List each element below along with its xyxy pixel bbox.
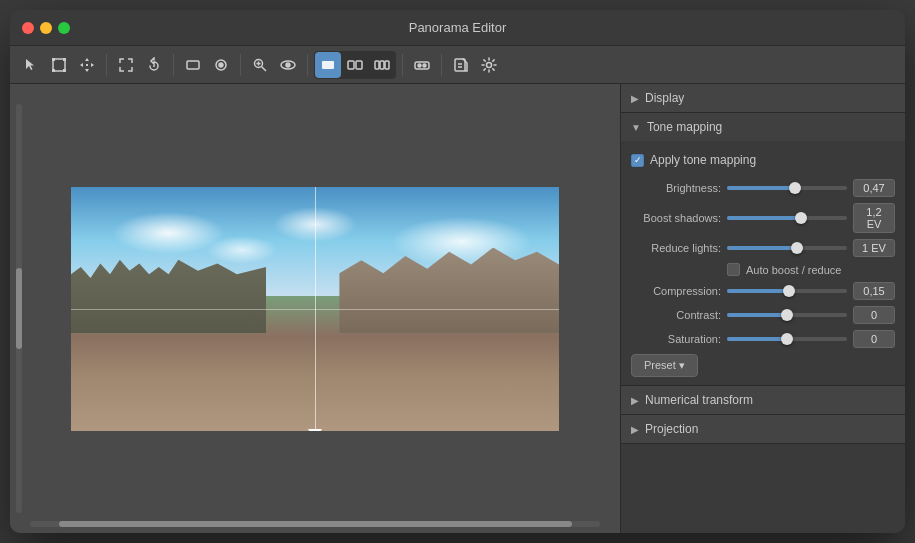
crosshair-horizontal <box>71 309 559 310</box>
titlebar: Panorama Editor <box>10 10 905 46</box>
svg-rect-17 <box>356 61 362 69</box>
svg-rect-24 <box>455 59 465 71</box>
svg-rect-4 <box>63 69 66 72</box>
apply-tone-row: ✓ Apply tone mapping <box>631 149 895 171</box>
contrast-value[interactable]: 0 <box>853 306 895 324</box>
svg-point-27 <box>487 62 492 67</box>
svg-rect-19 <box>380 61 384 69</box>
apply-tone-checkbox[interactable]: ✓ <box>631 154 644 167</box>
auto-boost-checkbox[interactable] <box>727 263 740 276</box>
compression-row: Compression: 0,15 <box>631 282 895 300</box>
svg-rect-21 <box>415 62 429 69</box>
saturation-slider[interactable] <box>727 337 847 341</box>
numerical-transform-section: ▶ Numerical transform <box>621 386 905 415</box>
brightness-slider[interactable] <box>727 186 847 190</box>
right-panel: ▶ ▶ Display ▼ Tone mapping <box>620 84 905 533</box>
zoom-button[interactable] <box>247 52 273 78</box>
tone-mapping-arrow: ▼ <box>631 122 641 133</box>
numerical-transform-header[interactable]: ▶ Numerical transform <box>621 386 905 414</box>
svg-point-22 <box>418 64 421 67</box>
svg-point-23 <box>423 64 426 67</box>
projection-section: ▶ Projection <box>621 415 905 444</box>
display-label: Display <box>645 91 684 105</box>
vertical-scrollbar[interactable] <box>16 104 22 513</box>
view-single-button[interactable] <box>315 52 341 78</box>
svg-rect-3 <box>52 69 55 72</box>
reduce-lights-value[interactable]: 1 EV <box>853 239 895 257</box>
contrast-slider[interactable] <box>727 313 847 317</box>
move-button[interactable] <box>74 52 100 78</box>
svg-rect-15 <box>322 61 334 69</box>
tone-mapping-content: ✓ Apply tone mapping Brightness: 0,47 <box>621 141 905 385</box>
svg-rect-18 <box>375 61 379 69</box>
reset-button[interactable] <box>141 52 167 78</box>
projection-header[interactable]: ▶ Projection <box>621 415 905 443</box>
anchor-point <box>308 429 322 431</box>
export-button[interactable] <box>448 52 474 78</box>
panorama-image <box>71 187 559 431</box>
numerical-transform-label: Numerical transform <box>645 393 753 407</box>
brightness-row: Brightness: 0,47 <box>631 179 895 197</box>
tone-mapping-section: ▼ Tone mapping ✓ Apply tone mapping Brig… <box>621 113 905 386</box>
svg-point-8 <box>219 63 223 67</box>
preview-button[interactable] <box>275 52 301 78</box>
minimize-button[interactable] <box>40 22 52 34</box>
svg-rect-20 <box>385 61 389 69</box>
svg-rect-1 <box>52 58 55 61</box>
svg-rect-16 <box>348 61 354 69</box>
boost-shadows-value[interactable]: 1,2 EV <box>853 203 895 233</box>
projection-arrow: ▶ <box>631 424 639 435</box>
brightness-label: Brightness: <box>631 182 721 194</box>
svg-point-14 <box>286 63 290 67</box>
reduce-lights-label: Reduce lights: <box>631 242 721 254</box>
svg-rect-2 <box>63 58 66 61</box>
panel-collapse-button[interactable]: ▶ <box>620 295 621 323</box>
toolbar-separator-3 <box>240 54 241 76</box>
projection-label: Projection <box>645 422 698 436</box>
toolbar-separator-1 <box>106 54 107 76</box>
reduce-lights-row: Reduce lights: 1 EV <box>631 239 895 257</box>
rect-button[interactable] <box>180 52 206 78</box>
display-section: ▶ Display <box>621 84 905 113</box>
traffic-lights <box>22 22 70 34</box>
circle-button[interactable] <box>208 52 234 78</box>
close-button[interactable] <box>22 22 34 34</box>
window-title: Panorama Editor <box>409 20 507 35</box>
auto-boost-row: Auto boost / reduce <box>631 263 895 276</box>
brightness-value[interactable]: 0,47 <box>853 179 895 197</box>
content-area: ▶ ▶ Display ▼ Tone mapping <box>10 84 905 533</box>
numerical-transform-arrow: ▶ <box>631 395 639 406</box>
saturation-label: Saturation: <box>631 333 721 345</box>
canvas-area[interactable] <box>10 84 620 533</box>
toolbar-separator-2 <box>173 54 174 76</box>
boost-shadows-label: Boost shadows: <box>631 212 721 224</box>
saturation-value[interactable]: 0 <box>853 330 895 348</box>
svg-line-10 <box>262 66 267 71</box>
preset-button[interactable]: Preset ▾ <box>631 354 698 377</box>
auto-boost-label: Auto boost / reduce <box>746 264 841 276</box>
contrast-row: Contrast: 0 <box>631 306 895 324</box>
toolbar <box>10 46 905 84</box>
reduce-lights-slider[interactable] <box>727 246 847 250</box>
select-tool-button[interactable] <box>18 52 44 78</box>
tone-mapping-header[interactable]: ▼ Tone mapping <box>621 113 905 141</box>
maximize-button[interactable] <box>58 22 70 34</box>
horizontal-scrollbar[interactable] <box>30 521 600 527</box>
display-arrow: ▶ <box>631 93 639 104</box>
compression-label: Compression: <box>631 285 721 297</box>
toolbar-separator-5 <box>402 54 403 76</box>
view-triple-button[interactable] <box>369 52 395 78</box>
view-double-button[interactable] <box>342 52 368 78</box>
fit-button[interactable] <box>113 52 139 78</box>
compression-value[interactable]: 0,15 <box>853 282 895 300</box>
transform-button[interactable] <box>46 52 72 78</box>
compression-slider[interactable] <box>727 289 847 293</box>
vr-button[interactable] <box>409 52 435 78</box>
tone-mapping-label: Tone mapping <box>647 120 722 134</box>
toolbar-separator-6 <box>441 54 442 76</box>
contrast-label: Contrast: <box>631 309 721 321</box>
boost-shadows-row: Boost shadows: 1,2 EV <box>631 203 895 233</box>
boost-shadows-slider[interactable] <box>727 216 847 220</box>
display-section-header[interactable]: ▶ Display <box>621 84 905 112</box>
settings-button[interactable] <box>476 52 502 78</box>
